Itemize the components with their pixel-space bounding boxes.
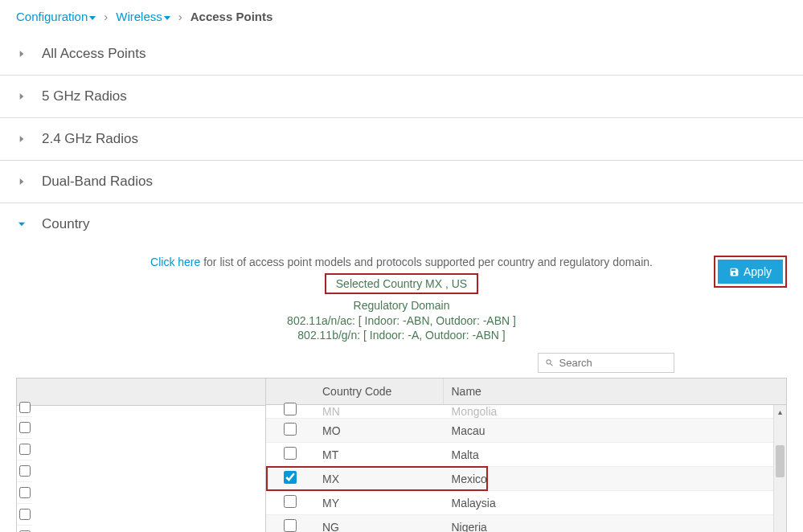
table-row[interactable]: MOMacau xyxy=(266,419,786,443)
row-checkbox-cell xyxy=(266,491,314,515)
checkbox-column-header xyxy=(266,379,314,405)
row-checkbox-cell xyxy=(266,467,314,491)
breadcrumb: Configuration › Wireless › Access Points xyxy=(0,0,803,33)
search-input[interactable] xyxy=(559,357,668,369)
country-name-cell: Malaysia xyxy=(443,491,770,515)
stub-checkbox-cell xyxy=(17,482,32,504)
stub-checkbox-cell xyxy=(17,460,32,482)
stub-checkbox-cell xyxy=(17,504,32,526)
row-checkbox-cell xyxy=(266,443,314,467)
table-row[interactable]: NGNigeria xyxy=(266,515,786,533)
country-code-cell: MT xyxy=(314,443,443,467)
search-icon xyxy=(545,358,555,368)
section-title: Dual-Band Radios xyxy=(42,174,153,190)
selected-country-label: Selected Country xyxy=(336,277,425,290)
table-row[interactable]: MYMalaysia xyxy=(266,491,786,515)
section-title: 2.4 GHz Radios xyxy=(42,131,138,147)
dropdown-caret-icon xyxy=(89,16,96,20)
country-name-cell: Nigeria xyxy=(443,515,770,533)
stub-header-wide xyxy=(32,379,265,406)
apply-label: Apply xyxy=(744,265,772,278)
stub-checkbox[interactable] xyxy=(19,465,31,477)
stub-checkbox-cell xyxy=(17,439,32,460)
breadcrumb-current: Access Points xyxy=(191,10,273,23)
selected-country-box: Selected Country MX , US xyxy=(325,273,478,294)
stub-checkbox-cell xyxy=(17,417,32,439)
info-text: for list of access point models and prot… xyxy=(200,256,653,268)
stub-checkbox[interactable] xyxy=(19,422,31,433)
country-name-cell: Malta xyxy=(443,443,770,467)
row-checkbox-cell xyxy=(266,405,314,419)
table-row[interactable]: MNMongolia xyxy=(266,405,786,419)
country-code-cell: MX xyxy=(314,467,443,491)
country-panel: Apply Click here for list of access poin… xyxy=(0,245,803,532)
scroll-up-icon[interactable]: ▴ xyxy=(774,405,786,418)
section-all-access-points[interactable]: All Access Points xyxy=(0,33,803,76)
row-checkbox[interactable] xyxy=(284,447,297,460)
country-name-cell: Mexico xyxy=(443,467,770,491)
scroll-thumb[interactable] xyxy=(776,445,785,477)
breadcrumb-wireless[interactable]: Wireless xyxy=(116,10,170,23)
scroll-column xyxy=(770,379,786,405)
stub-checkbox[interactable] xyxy=(19,402,31,413)
row-checkbox[interactable] xyxy=(284,495,297,508)
breadcrumb-configuration[interactable]: Configuration xyxy=(16,10,96,23)
country-name-cell: Mongolia xyxy=(443,405,770,419)
regulatory-line-1: 802.11a/n/ac: [ Indoor: -ABN, Outdoor: -… xyxy=(16,314,787,327)
apply-highlight-box: Apply xyxy=(714,256,787,288)
stub-checkbox[interactable] xyxy=(19,509,31,520)
save-icon xyxy=(729,267,739,277)
section-title: Country xyxy=(42,216,90,232)
breadcrumb-separator: › xyxy=(178,10,182,23)
chevron-down-icon xyxy=(16,219,27,230)
chevron-right-icon xyxy=(16,176,27,187)
row-checkbox-cell xyxy=(266,515,314,533)
regulatory-domain-title: Regulatory Domain xyxy=(16,299,787,312)
click-here-link[interactable]: Click here xyxy=(150,256,200,268)
section-title: All Access Points xyxy=(42,46,145,62)
chevron-right-icon xyxy=(16,48,27,59)
row-checkbox[interactable] xyxy=(284,519,297,532)
chevron-right-icon xyxy=(16,133,27,145)
country-code-cell: MO xyxy=(314,419,443,443)
section-title: 5 GHz Radios xyxy=(42,88,127,104)
stub-checkbox[interactable] xyxy=(19,487,31,498)
chevron-right-icon xyxy=(16,91,27,102)
breadcrumb-separator: › xyxy=(104,10,108,23)
country-code-cell: MY xyxy=(314,491,443,515)
regulatory-line-2: 802.11b/g/n: [ Indoor: -A, Outdoor: -ABN… xyxy=(16,329,787,342)
stub-checkbox-cell xyxy=(17,406,32,417)
stub-checkbox[interactable] xyxy=(19,444,31,455)
country-name-header[interactable]: Name xyxy=(443,379,770,405)
row-checkbox[interactable] xyxy=(284,403,297,415)
row-checkbox-cell xyxy=(266,419,314,443)
country-code-header[interactable]: Country Code xyxy=(314,379,443,405)
table-row[interactable]: MXMexico xyxy=(266,467,786,491)
section-24ghz-radios[interactable]: 2.4 GHz Radios xyxy=(0,118,803,161)
section-country[interactable]: Country xyxy=(0,203,803,245)
country-code-cell: NG xyxy=(314,515,443,533)
section-5ghz-radios[interactable]: 5 GHz Radios xyxy=(0,76,803,118)
country-table: Country Code Name xyxy=(266,379,786,405)
table-row[interactable]: MTMalta xyxy=(266,443,786,467)
stub-checkbox-cell xyxy=(17,526,32,532)
country-name-cell: Macau xyxy=(443,419,770,443)
selected-country-value: MX , US xyxy=(425,277,467,290)
search-box[interactable] xyxy=(538,353,674,373)
info-region: Apply Click here for list of access poin… xyxy=(16,256,787,342)
section-dual-band-radios[interactable]: Dual-Band Radios xyxy=(0,161,803,203)
row-checkbox[interactable] xyxy=(284,423,297,436)
scrollbar[interactable]: ▴ xyxy=(773,405,786,532)
apply-button[interactable]: Apply xyxy=(718,260,783,284)
row-checkbox[interactable] xyxy=(284,471,297,484)
dropdown-caret-icon xyxy=(164,16,170,20)
country-code-cell: MN xyxy=(314,405,443,419)
